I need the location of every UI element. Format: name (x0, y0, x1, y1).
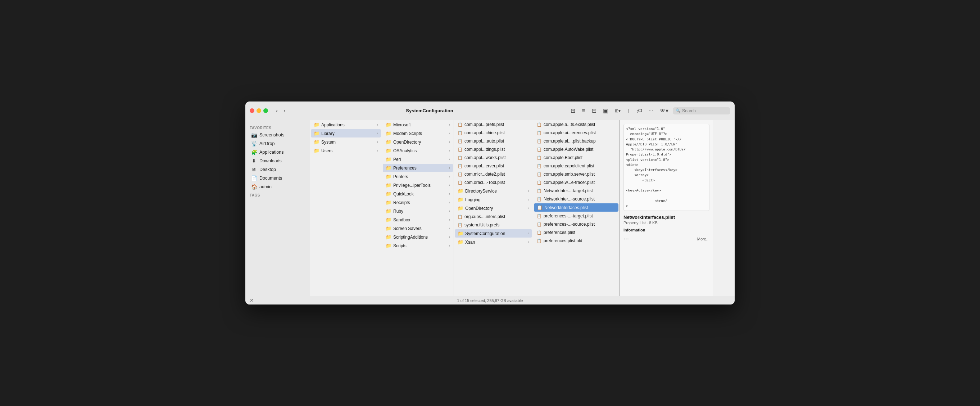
forward-button[interactable]: › (282, 107, 288, 115)
minimize-button[interactable] (256, 108, 261, 113)
list-item[interactable]: 📋 com.appl...ttings.plist (455, 145, 532, 153)
list-item[interactable]: 📁 Receipts › (383, 198, 453, 207)
chevron-icon: › (377, 123, 378, 127)
file-icon: 📋 (458, 131, 463, 135)
list-item[interactable]: 📁 DirectoryService › (455, 187, 532, 195)
folder-icon: 📁 (386, 148, 391, 153)
folder-icon: 📁 (386, 165, 391, 170)
view-gallery-button[interactable]: ▣ (601, 106, 611, 116)
list-item[interactable]: 📋 NetworkInter...-source.plist (534, 195, 619, 203)
status-bar: ✕ 1 of 15 selected, 255,87 GB available (245, 296, 735, 304)
airdrop-icon: 📡 (251, 141, 257, 146)
list-item[interactable]: 📁 Privilege...lperTools › (383, 181, 453, 189)
file-icon: 📋 (537, 214, 542, 218)
list-item[interactable]: 📋 com.appl....auto.plist (455, 137, 532, 145)
list-item[interactable]: 📋 preferences.plist.old (534, 237, 619, 245)
maximize-button[interactable] (263, 108, 268, 113)
selected-file-item[interactable]: 📋 NetworkInterfaces.plist (534, 203, 619, 212)
share-button[interactable]: ↑ (625, 106, 632, 116)
tag-button[interactable]: 🏷 (634, 106, 644, 116)
column-1: 📁 Applications › 📁 Library › 📁 System › … (310, 120, 382, 296)
list-item[interactable]: 📋 com.appl...chine.plist (455, 129, 532, 137)
sidebar-item-airdrop[interactable]: 📡 AirDrop (247, 139, 308, 148)
column-2: 📁 Microsoft › 📁 Modem Scripts › 📁 OpenDi… (382, 120, 454, 296)
back-button[interactable]: ‹ (274, 107, 280, 115)
sidebar-item-desktop[interactable]: 🖥 Desktop (247, 165, 308, 174)
preview-xml-content: <?xml version="1.0" encoding="UTF-8"?> <… (624, 124, 710, 211)
view-columns-button[interactable]: ⊟ (590, 106, 599, 116)
list-item[interactable]: 📁 Microsoft › (383, 121, 453, 129)
view-icon-grid-button[interactable]: ⊞ (568, 106, 578, 116)
sidebar-item-downloads[interactable]: ⬇ Downloads (247, 156, 308, 165)
screenshots-icon: 📷 (251, 132, 257, 138)
sidebar-item-applications[interactable]: 🧩 Applications (247, 148, 308, 156)
list-item[interactable]: 📋 com.apple.Boot.plist (534, 154, 619, 162)
list-item[interactable]: 📋 com.appl...erver.plist (455, 162, 532, 170)
list-item[interactable]: 📁 Scripts › (383, 242, 453, 250)
list-item[interactable]: 📁 Preferences › (383, 164, 453, 172)
chevron-icon: › (449, 157, 450, 161)
grid-action-button[interactable]: ⊞▾ (612, 107, 623, 115)
list-item[interactable]: 📁 Xsan › (455, 238, 532, 246)
list-item[interactable]: 📁 SystemConfiguration › (455, 229, 532, 237)
preview-file-type: Property List · 8 KB (624, 221, 710, 225)
list-item[interactable]: 📁 QuickLook › (383, 190, 453, 198)
list-item[interactable]: 📋 com.appl...works.plist (455, 154, 532, 162)
list-item[interactable]: 📋 com.apple.w...e-tracer.plist (534, 178, 619, 186)
list-item[interactable]: 📋 com.apple.ai...erences.plist (534, 129, 619, 137)
list-item[interactable]: 📁 Applications › (311, 121, 381, 129)
list-item[interactable]: 📁 Printers › (383, 172, 453, 181)
list-item[interactable]: 📁 Screen Savers › (383, 224, 453, 232)
list-item[interactable]: 📁 System › (311, 138, 381, 146)
chevron-icon: › (377, 140, 378, 144)
preview-share-button[interactable]: ··· (624, 235, 629, 243)
list-item[interactable]: 📋 com.apple.eapolclient.plist (534, 162, 619, 170)
list-item[interactable]: 📋 com.oracl...-Tool.plist (455, 178, 532, 186)
chevron-icon: › (449, 244, 450, 248)
list-item[interactable]: 📁 OpenDirectory › (455, 204, 532, 212)
file-icon: 📋 (537, 131, 542, 135)
sidebar-item-screenshots[interactable]: 📷 Screenshots (247, 131, 308, 139)
sidebar-item-downloads-label: Downloads (259, 158, 282, 163)
sidebar-item-admin[interactable]: 🏠 admin (247, 183, 308, 191)
list-item[interactable]: 📋 org.cups....inters.plist (455, 213, 532, 221)
list-item[interactable]: 📁 OSAnalytics › (383, 146, 453, 155)
list-item[interactable]: 📋 com.apple.a...ts.exists.plist (534, 121, 619, 129)
list-item[interactable]: 📋 com.micr...date2.plist (455, 170, 532, 178)
list-item[interactable]: 📁 OpenDirectory › (383, 138, 453, 146)
list-item[interactable]: 📋 com.apple.smb.server.plist (534, 170, 619, 178)
chevron-icon: › (449, 175, 450, 178)
list-item[interactable]: 📋 system.iUtils.prefs (455, 221, 532, 229)
list-item[interactable]: 📋 com.appl...prefs.plist (455, 121, 532, 129)
close-button[interactable] (250, 108, 255, 113)
search-input[interactable] (682, 108, 727, 113)
folder-icon: 📁 (314, 148, 320, 153)
chevron-icon: › (449, 183, 450, 187)
list-item[interactable]: 📋 com.apple.AutoWake.plist (534, 145, 619, 153)
list-item[interactable]: 📋 preferences-...-source.plist (534, 220, 619, 228)
finder-window: ‹ › SystemConfiguration ⊞ ≡ ⊟ ▣ ⊞▾ ↑ 🏷 ·… (245, 102, 735, 304)
preview-more-button[interactable]: More... (697, 237, 710, 241)
list-item[interactable]: 📁 Logging › (455, 196, 532, 204)
list-item[interactable]: 📁 Sandbox › (383, 216, 453, 224)
search-icon: 🔍 (676, 108, 681, 113)
list-item[interactable]: 📁 Users › (311, 146, 381, 155)
column-4: 📋 com.apple.a...ts.exists.plist 📋 com.ap… (533, 120, 619, 296)
status-close-button[interactable]: ✕ (250, 298, 254, 303)
list-item[interactable]: 📁 Ruby › (383, 207, 453, 215)
list-item[interactable]: 📁 Perl › (383, 155, 453, 163)
plist-icon: 📋 (537, 205, 542, 210)
list-item[interactable]: 📁 Modem Scripts › (383, 129, 453, 137)
preview-button[interactable]: 👁▾ (658, 106, 671, 116)
list-item[interactable]: 📋 com.apple.ai....plist.backup (534, 137, 619, 145)
list-item[interactable]: 📁 Library › (311, 129, 381, 137)
sidebar-item-documents[interactable]: 📄 Documents (247, 174, 308, 183)
folder-icon: 📁 (386, 191, 391, 196)
sidebar-item-applications-label: Applications (259, 150, 283, 155)
list-item[interactable]: 📁 ScriptingAdditions › (383, 233, 453, 241)
list-item[interactable]: 📋 preferences.plist (534, 229, 619, 236)
view-list-button[interactable]: ≡ (579, 106, 587, 116)
list-item[interactable]: 📋 preferences-...-target.plist (534, 212, 619, 220)
more-button[interactable]: ··· (646, 106, 655, 116)
list-item[interactable]: 📋 NetworkInter...-target.plist (534, 187, 619, 195)
